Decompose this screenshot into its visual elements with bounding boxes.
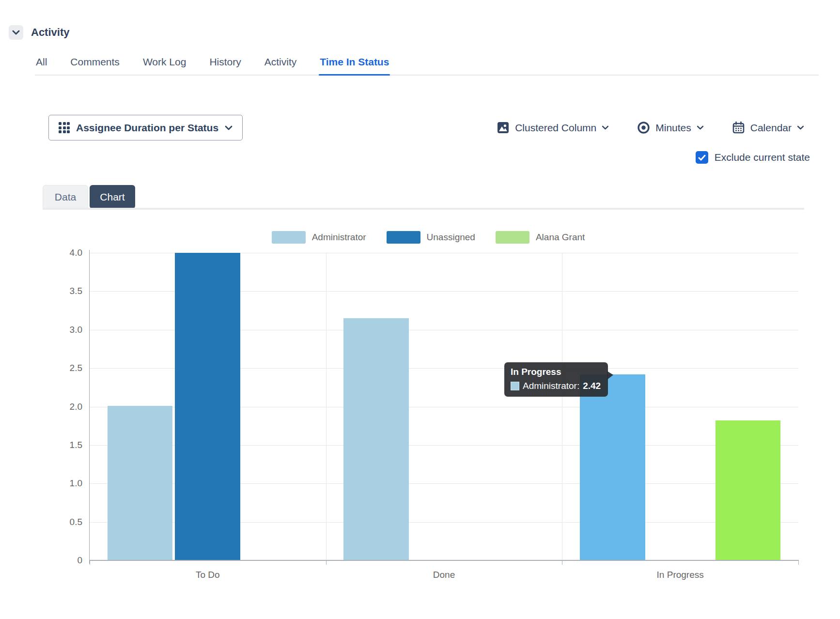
x-axis-line [89, 560, 799, 561]
y-axis-tick-label: 0.5 [53, 517, 82, 527]
image-icon [497, 121, 510, 134]
chart-option-controls: Clustered Column Minutes [497, 121, 804, 134]
calendar-icon [732, 121, 745, 134]
bar-administrator-to-do[interactable] [108, 406, 173, 560]
report-select-label: Assignee Duration per Status [76, 122, 218, 134]
chevron-down-icon [602, 125, 609, 130]
bar-administrator-done[interactable] [343, 318, 409, 560]
grid-icon [59, 122, 70, 133]
chevron-down-icon [12, 30, 20, 35]
chart-tooltip: In Progress Administrator: 2.42 [504, 362, 608, 397]
y-axis-tick-label: 2.0 [53, 402, 82, 412]
chevron-down-icon [225, 125, 233, 130]
exclude-current-state-control: Exclude current state [696, 151, 810, 164]
x-axis-tick [798, 561, 799, 565]
report-select-dropdown[interactable]: Assignee Duration per Status [48, 115, 243, 140]
bar-administrator-in-progress[interactable] [580, 374, 645, 560]
tab-comments[interactable]: Comments [69, 54, 121, 75]
legend-label: Alana Grant [536, 232, 585, 243]
chart: AdministratorUnassignedAlana Grant In Pr… [0, 209, 840, 601]
view-tab-data[interactable]: Data [43, 185, 88, 209]
view-tab-chart[interactable]: Chart [90, 185, 135, 209]
legend-item-alana-grant[interactable]: Alana Grant [496, 231, 585, 244]
legend-label: Administrator [312, 232, 366, 243]
unit-dropdown[interactable]: Minutes [637, 121, 704, 134]
category-separator-gridline [326, 253, 327, 560]
chart-legend: AdministratorUnassignedAlana Grant [58, 231, 798, 244]
check-icon [698, 155, 706, 161]
legend-label: Unassigned [427, 232, 475, 243]
chart-type-label: Clustered Column [515, 122, 596, 134]
x-axis-category-label: To Do [196, 570, 220, 580]
unit-label: Minutes [655, 122, 691, 134]
activity-tab-bar: AllCommentsWork LogHistoryActivityTime I… [35, 54, 819, 76]
y-axis-tick-label: 0 [53, 555, 82, 566]
calendar-label: Calendar [750, 122, 792, 134]
chevron-down-icon [797, 125, 804, 130]
exclude-current-state-label: Exclude current state [715, 152, 810, 163]
view-toggle: DataChart [43, 185, 135, 209]
x-axis-tick [326, 561, 327, 565]
tab-all[interactable]: All [35, 54, 48, 75]
x-axis-tick [562, 561, 562, 565]
y-axis-tick-label: 3.0 [53, 325, 82, 335]
tab-time-in-status[interactable]: Time In Status [319, 54, 390, 75]
controls-row: Assignee Duration per Status Clustered C… [48, 115, 804, 140]
chart-type-dropdown[interactable]: Clustered Column [497, 121, 609, 134]
calendar-dropdown[interactable]: Calendar [732, 121, 804, 134]
legend-swatch [272, 231, 306, 244]
tooltip-series-label: Administrator: [523, 381, 579, 391]
tab-activity[interactable]: Activity [264, 54, 298, 75]
bar-alana-grant-in-progress[interactable] [716, 420, 781, 560]
chevron-down-icon [697, 125, 704, 130]
tooltip-value: 2.42 [583, 381, 601, 391]
tooltip-series-swatch [511, 382, 519, 390]
section-title: Activity [31, 26, 69, 39]
y-axis-tick-label: 1.5 [53, 440, 82, 450]
legend-item-administrator[interactable]: Administrator [272, 231, 366, 244]
x-axis-tick [90, 561, 90, 565]
activity-header: Activity [9, 25, 69, 40]
tab-history[interactable]: History [208, 54, 242, 75]
tab-work-log[interactable]: Work Log [142, 54, 187, 75]
eye-icon [637, 121, 650, 134]
collapse-chevron-button[interactable] [9, 25, 23, 40]
tooltip-row: Administrator: 2.42 [511, 381, 601, 391]
y-axis-tick-label: 2.5 [53, 363, 82, 373]
bar-unassigned-to-do[interactable] [175, 253, 240, 560]
legend-swatch [387, 231, 420, 244]
tooltip-category: In Progress [511, 367, 601, 377]
legend-item-unassigned[interactable]: Unassigned [387, 231, 475, 244]
exclude-current-state-checkbox[interactable] [696, 151, 708, 164]
y-axis-tick-label: 1.0 [53, 478, 82, 489]
category-separator-gridline [562, 253, 562, 560]
y-axis-tick-label: 4.0 [53, 248, 82, 258]
x-axis-category-label: Done [433, 570, 455, 580]
legend-swatch [496, 231, 529, 244]
y-axis-tick-label: 3.5 [53, 286, 82, 296]
plot-area [90, 253, 798, 560]
x-axis-category-label: In Progress [657, 570, 704, 580]
